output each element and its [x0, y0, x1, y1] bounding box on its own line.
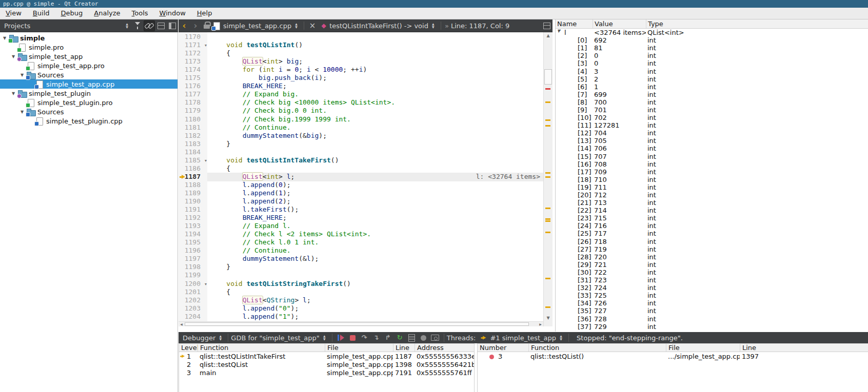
locals-row[interactable]: [23]715int: [556, 214, 868, 222]
locals-row[interactable]: [6]1int: [556, 83, 868, 91]
locals-row[interactable]: [14]706int: [556, 145, 868, 152]
debugger-perspective-label[interactable]: Debugger: [183, 334, 215, 342]
line-number[interactable]: 1180: [179, 115, 207, 124]
line-number[interactable]: 1201: [179, 288, 207, 297]
locals-row[interactable]: ▼l<32764 items>QList<int>: [556, 29, 868, 36]
menu-tools[interactable]: Tools: [126, 9, 154, 18]
scroll-left-icon[interactable]: ◀: [179, 322, 184, 326]
source-for-frame-icon[interactable]: [406, 333, 418, 342]
line-number[interactable]: 1183: [179, 140, 207, 149]
locals-row[interactable]: [24]716int: [556, 222, 868, 230]
code-line[interactable]: 1182 dummyStatement(&big);: [179, 132, 543, 140]
vertical-scrollbar[interactable]: ▲ ▼: [543, 32, 553, 321]
code-line[interactable]: 1189 l.append(1);: [179, 189, 543, 198]
code-line[interactable]: 1183 }: [179, 140, 543, 149]
locals-row[interactable]: [28]720int: [556, 253, 868, 261]
code-line[interactable]: 1197 dummyStatement(&l);: [179, 255, 543, 263]
fold-marker-icon[interactable]: ▾: [205, 280, 207, 288]
code-line[interactable]: 1181 // Continue.: [179, 123, 543, 132]
tree-item-simple_test_plugin.cpp[interactable]: simple_test_plugin.cpp: [0, 116, 177, 126]
step-over-icon[interactable]: ↷: [359, 333, 370, 342]
locals-row[interactable]: [27]719int: [556, 245, 868, 253]
locals-row[interactable]: [32]724int: [556, 284, 868, 292]
expander-icon[interactable]: ▼: [557, 29, 560, 33]
column-address[interactable]: Address: [415, 344, 474, 352]
locals-row[interactable]: [19]711int: [556, 183, 868, 191]
scroll-right-icon[interactable]: ▶: [538, 322, 543, 326]
locals-row[interactable]: [0]692int: [556, 36, 868, 44]
record-icon[interactable]: [418, 333, 429, 342]
line-number[interactable]: 1195: [179, 238, 207, 247]
debugger-dropdown-icon[interactable]: [218, 335, 223, 341]
code-line[interactable]: 1175 big.push_back(i);: [179, 74, 543, 82]
column-function[interactable]: Function: [198, 344, 325, 352]
code-line[interactable]: 1193 // Expand l.: [179, 222, 543, 231]
column-file[interactable]: File: [325, 344, 393, 352]
menu-window[interactable]: Window: [154, 9, 191, 18]
line-number[interactable]: 1173: [179, 57, 207, 66]
go-back-icon[interactable]: ‹: [179, 20, 189, 31]
current-symbol[interactable]: testQListIntTakeFirst() -> void: [329, 22, 428, 30]
locals-row[interactable]: [3]0int: [556, 59, 868, 67]
code-editor[interactable]: 11701171▾ void testQListInt()1172 {1173 …: [179, 32, 553, 326]
line-number[interactable]: 1176: [179, 82, 207, 91]
locals-column-name[interactable]: Name: [556, 19, 593, 28]
stack-frame-row[interactable]: 3mainsimple_test_app.cpp71910x5555555761…: [179, 368, 474, 377]
locals-row[interactable]: [18]710int: [556, 176, 868, 183]
column-level[interactable]: Level: [179, 344, 198, 352]
locals-row[interactable]: [33]725int: [556, 292, 868, 299]
scroll-down-icon[interactable]: ▼: [544, 315, 553, 321]
code-line[interactable]: 1195 // Check l.0 1 int.: [179, 238, 543, 247]
tree-item-Sources[interactable]: ▼Sources: [0, 70, 177, 79]
code-line[interactable]: 1180 // Check big.1999 1999 int.: [179, 115, 543, 124]
debugger-engine-label[interactable]: GDB for "simple_test_app": [231, 334, 319, 342]
column-number[interactable]: Number: [478, 344, 528, 352]
document-dropdown-icon[interactable]: [294, 23, 299, 29]
code-line[interactable]: 1190 l.append(2);: [179, 197, 543, 206]
locals-row[interactable]: [29]721int: [556, 261, 868, 269]
sort-icon[interactable]: [125, 23, 129, 29]
locals-row[interactable]: [13]705int: [556, 137, 868, 145]
line-number[interactable]: 1174: [179, 66, 207, 74]
locals-row[interactable]: [31]723int: [556, 276, 868, 284]
locals-row[interactable]: [15]707int: [556, 153, 868, 160]
line-number[interactable]: 1186: [179, 164, 207, 173]
current-thread[interactable]: #1 simple_test_app: [490, 334, 556, 342]
locals-row[interactable]: [22]714int: [556, 207, 868, 214]
line-number[interactable]: 1194: [179, 230, 207, 239]
menu-build[interactable]: Build: [27, 9, 55, 18]
lock-icon[interactable]: [202, 20, 212, 31]
code-line[interactable]: 1192 BREAK_HERE;: [179, 214, 543, 222]
locals-row[interactable]: [17]709int: [556, 168, 868, 176]
locals-row[interactable]: [35]727int: [556, 307, 868, 315]
menu-analyze[interactable]: Analyze: [88, 9, 126, 18]
line-number[interactable]: 1200▾: [179, 280, 207, 288]
code-line[interactable]: 1170: [179, 33, 543, 42]
tree-item-simple_test_app.pro[interactable]: simple_test_app.pro: [0, 61, 177, 70]
tree-item-simple_test_app[interactable]: ▼simple_test_app: [0, 52, 177, 61]
line-number[interactable]: 1185▾: [179, 156, 207, 165]
filter-icon[interactable]: [132, 20, 143, 31]
scroll-up-icon[interactable]: ▲: [544, 32, 553, 39]
locals-row[interactable]: [9]701int: [556, 106, 868, 114]
open-document-name[interactable]: simple_test_app.cpp: [223, 22, 291, 30]
split-editor-icon[interactable]: [542, 20, 552, 31]
tree-item-simple_test_app.cpp[interactable]: simple_test_app.cpp: [0, 79, 177, 89]
locals-row[interactable]: [11]127281int: [556, 121, 868, 129]
stack-frame-row[interactable]: 2qlist::testQListsimple_test_app.cpp1398…: [179, 360, 474, 368]
line-number[interactable]: 1199: [179, 271, 207, 280]
tree-item-simple.pro[interactable]: simple.pro: [0, 43, 177, 52]
code-line[interactable]: 1178 // Check big <10000 items> QList<in…: [179, 98, 543, 107]
line-number[interactable]: 1179: [179, 107, 207, 115]
column-file[interactable]: File: [666, 344, 740, 352]
restart-icon[interactable]: ↻: [394, 333, 406, 342]
step-into-icon[interactable]: ↴: [370, 333, 382, 342]
line-number[interactable]: 1182: [179, 132, 207, 140]
tree-item-simple_test_plugin[interactable]: ▼simple_test_plugin: [0, 89, 177, 98]
code-line[interactable]: 1188 l.append(0);: [179, 181, 543, 190]
code-line[interactable]: 1179 // Check big.0 0 int.: [179, 107, 543, 115]
fold-marker-icon[interactable]: ▾: [205, 42, 207, 50]
line-number[interactable]: 1175: [179, 74, 207, 82]
locals-row[interactable]: [12]704int: [556, 129, 868, 137]
fold-marker-icon[interactable]: ▾: [205, 157, 207, 165]
